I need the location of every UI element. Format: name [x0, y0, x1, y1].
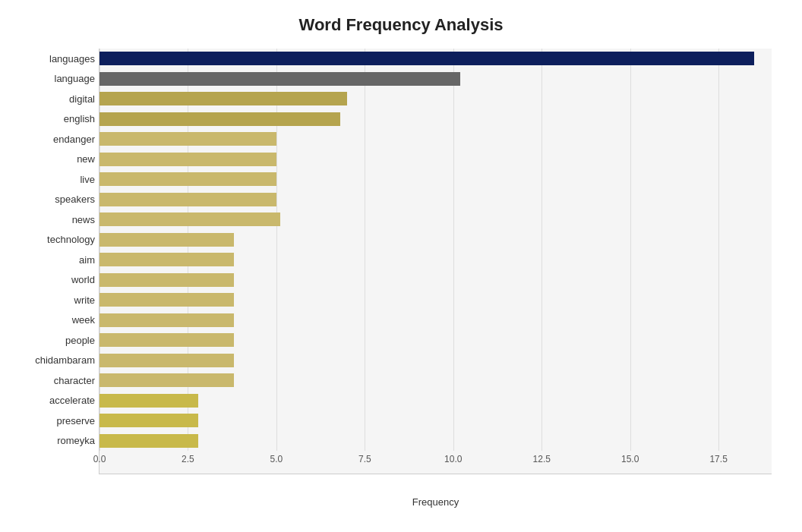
x-tick-label: 2.5 [182, 454, 194, 464]
bar [99, 193, 276, 206]
bar [99, 373, 234, 387]
bar [99, 153, 276, 166]
bar-label: romeyka [8, 435, 95, 446]
chart-container: Word Frequency Analysis languageslanguag… [0, 0, 802, 532]
bar-label: new [8, 153, 95, 165]
x-tick-label: 0.0 [93, 454, 106, 464]
bar-row: preserve [99, 411, 772, 431]
bar-label: language [8, 73, 95, 84]
bar-row: live [99, 169, 772, 190]
bar-label: write [8, 294, 95, 306]
bar [99, 132, 276, 146]
bar-label: news [8, 214, 95, 225]
chart-area: languageslanguagedigitalenglishendangern… [99, 49, 772, 474]
bar-row: speakers [99, 190, 772, 210]
bar-row: digital [99, 89, 772, 109]
bar-label: digital [8, 93, 95, 105]
bar-label: world [8, 274, 95, 285]
bar-label: english [8, 113, 95, 124]
bar [99, 212, 280, 226]
bar-rows: languageslanguagedigitalenglishendangern… [99, 49, 772, 451]
bar-label: aim [8, 254, 95, 266]
bar [99, 52, 754, 65]
bar-label: chidambaram [8, 354, 95, 366]
bar-row: news [99, 209, 772, 230]
bar-label: people [8, 335, 95, 346]
bar [99, 112, 340, 126]
bar-row: week [99, 310, 772, 331]
bar [99, 313, 234, 327]
bar-label: speakers [8, 194, 95, 205]
bar-label: endanger [8, 134, 95, 145]
bar-row: world [99, 270, 772, 291]
bar-row: accelerate [99, 391, 772, 411]
bar-label: character [8, 375, 95, 386]
x-tick-label: 5.0 [270, 454, 283, 464]
x-tick-label: 12.5 [533, 454, 551, 464]
bar [99, 354, 234, 367]
x-tick-label: 17.5 [709, 454, 727, 464]
bar-label: preserve [8, 415, 95, 427]
bar [99, 434, 198, 448]
bar-row: write [99, 290, 772, 310]
bar-row: endanger [99, 129, 772, 150]
bar-label: accelerate [8, 395, 95, 406]
bar [99, 273, 234, 287]
bar-row: people [99, 330, 772, 351]
bar-row: new [99, 150, 772, 170]
bar-label: live [8, 174, 95, 185]
bar-label: technology [8, 234, 95, 245]
bar [99, 92, 347, 105]
bar [99, 253, 234, 266]
bar-label: languages [8, 53, 95, 65]
bar-row: character [99, 370, 772, 391]
x-tick-label: 15.0 [621, 454, 639, 464]
bar-row: language [99, 69, 772, 90]
bar [99, 414, 198, 427]
bar-row: languages [99, 49, 772, 69]
bar-row: chidambaram [99, 351, 772, 371]
bar-row: romeyka [99, 431, 772, 452]
bar [99, 72, 460, 86]
chart-title: Word Frequency Analysis [30, 15, 772, 35]
bar [99, 333, 234, 347]
x-tick-label: 10.0 [444, 454, 462, 464]
bar-label: week [8, 314, 95, 326]
bar-row: technology [99, 230, 772, 250]
x-axis-title: Frequency [412, 496, 459, 508]
x-tick-label: 7.5 [358, 454, 371, 464]
bar [99, 293, 234, 307]
bar [99, 172, 276, 186]
bar [99, 233, 234, 247]
bar-row: aim [99, 250, 772, 270]
bar-row: english [99, 109, 772, 130]
bar [99, 394, 198, 408]
x-axis: 0.02.55.07.510.012.515.017.5 [99, 451, 772, 474]
